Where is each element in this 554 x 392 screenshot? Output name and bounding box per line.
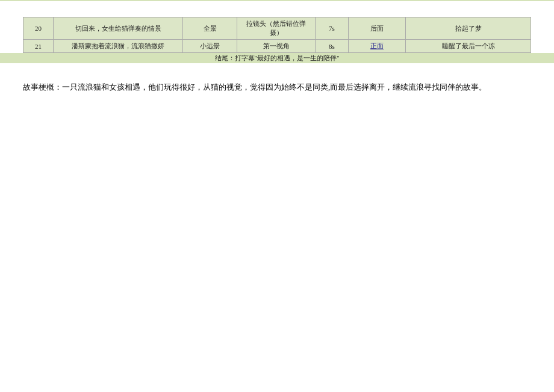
cell-duration: 8s <box>316 40 349 53</box>
page-container: 20 切回来，女生给猫弹奏的情景 全景 拉镜头（然后错位弹摄） 7s 后面 拾起… <box>0 0 554 63</box>
storyboard-table: 20 切回来，女生给猫弹奏的情景 全景 拉镜头（然后错位弹摄） 7s 后面 拾起… <box>23 17 531 53</box>
ending-caption: 结尾：打字幕"最好的相遇，是一生的陪伴" <box>0 53 554 63</box>
cell-direction: 正面 <box>349 40 406 53</box>
cell-shot-type: 小远景 <box>183 40 237 53</box>
story-synopsis: 故事梗概：一只流浪猫和女孩相遇，他们玩得很好，从猫的视觉，觉得因为始终不是同类,… <box>0 63 554 106</box>
cell-shot-number: 20 <box>23 17 54 40</box>
cell-camera-movement: 拉镜头（然后错位弹摄） <box>237 17 316 40</box>
cell-description: 潘斯蒙抱着流浪猫，流浪猫撒娇 <box>54 40 183 53</box>
cell-camera-movement: 第一视角 <box>237 40 316 53</box>
cell-description: 切回来，女生给猫弹奏的情景 <box>54 17 183 40</box>
direction-link[interactable]: 正面 <box>370 42 384 49</box>
cell-note: 拾起了梦 <box>406 17 531 40</box>
cell-note: 睡醒了最后一个冻 <box>406 40 531 53</box>
content-wrapper: 20 切回来，女生给猫弹奏的情景 全景 拉镜头（然后错位弹摄） 7s 后面 拾起… <box>0 1 554 53</box>
cell-direction: 后面 <box>349 17 406 40</box>
storyboard-table-section: 20 切回来，女生给猫弹奏的情景 全景 拉镜头（然后错位弹摄） 7s 后面 拾起… <box>0 1 554 53</box>
cell-shot-number: 21 <box>23 40 54 53</box>
cell-duration: 7s <box>316 17 349 40</box>
table-row: 21 潘斯蒙抱着流浪猫，流浪猫撒娇 小远景 第一视角 8s 正面 睡醒了最后一个… <box>23 40 531 53</box>
table-row: 20 切回来，女生给猫弹奏的情景 全景 拉镜头（然后错位弹摄） 7s 后面 拾起… <box>23 17 531 40</box>
cell-shot-type: 全景 <box>183 17 237 40</box>
